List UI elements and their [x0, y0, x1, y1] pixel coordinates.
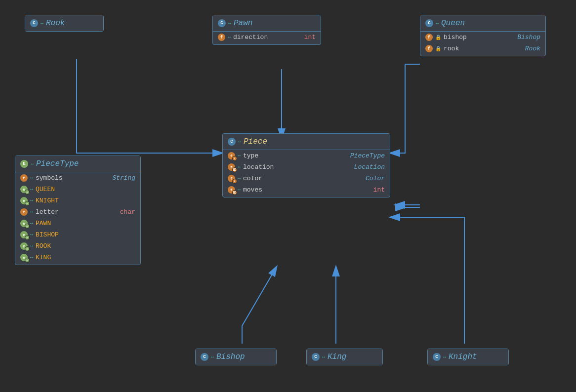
moves-field-icon: f ⚿ — [228, 186, 235, 194]
queen-title: Queen — [441, 19, 465, 28]
piece-field-color: f k ↔ color Color — [223, 173, 390, 184]
bishop-field-icon: f — [425, 34, 433, 41]
piece-box: C ↔ Piece f k ↔ type PieceType f ⚿ ↔ loc… — [222, 133, 390, 197]
knight-box: C ↔ Knight — [427, 349, 509, 365]
piece-field-type: f k ↔ type PieceType — [223, 150, 390, 161]
rook-visibility-icon: ↔ — [41, 21, 43, 26]
direction-field-icon: f — [218, 34, 225, 41]
piecetype-enum-icon: E — [20, 160, 28, 168]
bishop-box: C ↔ Bishop — [195, 349, 277, 365]
piecetype-pawn: e e ↔ PAWN — [15, 218, 140, 229]
pawn-enum-icon: e e — [20, 220, 28, 227]
knight-header: C ↔ Knight — [428, 349, 508, 365]
piecetype-bishop: e e ↔ BISHOP — [15, 229, 140, 240]
piece-header: C ↔ Piece — [223, 134, 390, 150]
piecetype-knight: e e ↔ KNIGHT — [15, 195, 140, 206]
queen-header: C ↔ Queen — [420, 15, 545, 32]
piece-title: Piece — [244, 137, 267, 146]
pawn-box: C ↔ Pawn f ↔ direction int — [212, 15, 321, 45]
pawn-visibility-icon: ↔ — [228, 21, 231, 26]
rook-field-icon: f — [425, 45, 433, 52]
piecetype-box: E ↔ PieceType f ↔ symbols String e e ↔ Q… — [15, 156, 141, 265]
queen-class-icon: C — [425, 19, 433, 27]
knight-enum-icon: e e — [20, 197, 28, 204]
queen-enum-icon: e e — [20, 186, 28, 193]
color-field-icon: f k — [228, 175, 235, 182]
knight-visibility-icon: ↔ — [443, 354, 446, 360]
piecetype-rook: e e ↔ ROOK — [15, 240, 140, 252]
king-header: C ↔ King — [307, 349, 382, 365]
piece-field-moves: f ⚿ ↔ moves int — [223, 184, 390, 197]
knight-class-icon: C — [433, 353, 441, 361]
piece-visibility-icon: ↔ — [238, 139, 241, 145]
bishop-class-icon: C — [201, 353, 208, 361]
piecetype-field-symbols: f ↔ symbols String — [15, 172, 140, 184]
bishop-title: Bishop — [216, 353, 245, 361]
bishop-visibility-icon: ↔ — [211, 354, 214, 360]
queen-field-rook: f 🔒 rook Rook — [420, 43, 545, 56]
type-field-icon: f k — [228, 152, 235, 159]
piece-class-icon: C — [228, 138, 236, 146]
piecetype-visibility-icon: ↔ — [31, 161, 34, 167]
pawn-class-icon: C — [218, 19, 226, 27]
king-visibility-icon: ↔ — [322, 354, 325, 360]
king-enum-icon: e e — [20, 254, 28, 261]
pawn-title: Pawn — [234, 19, 252, 28]
rook-class-icon: C — [30, 19, 38, 27]
piece-field-location: f ⚿ ↔ location Location — [223, 161, 390, 173]
king-title: King — [328, 353, 346, 361]
piecetype-title: PieceType — [36, 159, 79, 168]
symbols-field-icon: f — [20, 174, 28, 182]
king-box: C ↔ King — [306, 349, 383, 365]
knight-title: Knight — [449, 353, 477, 361]
location-field-icon: f ⚿ — [228, 163, 235, 171]
bishop-header: C ↔ Bishop — [196, 349, 276, 365]
rook-box: C ↔ Rook — [25, 15, 104, 32]
rook-title: Rook — [46, 19, 65, 28]
queen-visibility-icon: ↔ — [436, 21, 439, 26]
queen-field-bishop: f 🔒 bishop Bishop — [420, 32, 545, 43]
king-class-icon: C — [312, 353, 320, 361]
piecetype-king: e e ↔ KING — [15, 252, 140, 265]
rook-enum-icon: e e — [20, 242, 28, 250]
bishop-enum-icon: e e — [20, 231, 28, 238]
queen-box: C ↔ Queen f 🔒 bishop Bishop f 🔒 rook Roo… — [420, 15, 546, 56]
piecetype-field-letter: f ↔ letter char — [15, 206, 140, 218]
piecetype-header: E ↔ PieceType — [15, 156, 140, 172]
pawn-field-direction: f ↔ direction int — [213, 32, 321, 44]
pawn-header: C ↔ Pawn — [213, 15, 321, 32]
piecetype-queen: e e ↔ QUEEN — [15, 184, 140, 195]
rook-header: C ↔ Rook — [25, 15, 103, 31]
letter-field-icon: f — [20, 208, 28, 216]
